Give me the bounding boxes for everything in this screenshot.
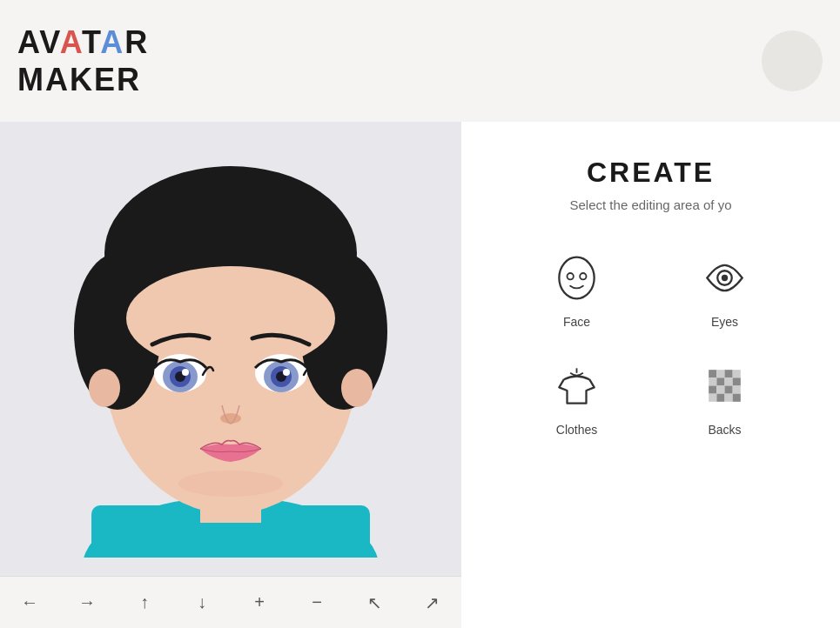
option-eyes[interactable]: Eyes <box>669 247 782 329</box>
main-content: ← → ↑ ↓ + − ↖ ↗ CREATE Select the editin… <box>0 122 840 628</box>
svg-rect-33 <box>725 370 733 377</box>
create-subtitle: Select the editing area of yo <box>570 197 732 212</box>
face-icon-container <box>547 247 608 308</box>
clothes-icon <box>553 362 601 410</box>
svg-rect-43 <box>709 393 716 401</box>
controls-panel: CREATE Select the editing area of yo Fac… <box>461 122 840 628</box>
avatar-panel: ← → ↑ ↓ + − ↖ ↗ <box>0 122 461 628</box>
svg-rect-35 <box>709 377 716 385</box>
svg-rect-37 <box>725 377 733 385</box>
header: AVATARMAKER <box>0 0 840 122</box>
avatar-canvas <box>0 122 461 576</box>
background-icon-container <box>695 355 756 416</box>
eye-icon <box>701 254 749 302</box>
toolbar: ← → ↑ ↓ + − ↖ ↗ <box>0 576 461 628</box>
svg-point-12 <box>341 369 373 407</box>
svg-rect-36 <box>716 377 724 385</box>
svg-point-17 <box>182 369 189 376</box>
svg-rect-46 <box>733 393 741 401</box>
logo-text: AVATARMAKER <box>17 23 149 98</box>
rotate-left-button[interactable]: ↖ <box>359 587 390 618</box>
svg-rect-38 <box>733 377 741 385</box>
face-icon <box>553 254 601 302</box>
avatar-svg <box>39 140 422 558</box>
clothes-label: Clothes <box>556 423 597 437</box>
background-icon <box>701 362 749 410</box>
svg-point-10 <box>126 266 335 371</box>
face-label: Face <box>563 315 590 329</box>
eyes-label: Eyes <box>711 315 738 329</box>
option-clothes[interactable]: Clothes <box>521 355 634 437</box>
logo: AVATARMAKER <box>17 23 149 98</box>
svg-rect-34 <box>733 370 741 377</box>
options-grid: Face Eyes <box>521 247 782 437</box>
create-title: CREATE <box>587 157 715 189</box>
avatar-display <box>0 122 461 576</box>
back-button[interactable]: ← <box>14 587 45 618</box>
svg-point-22 <box>283 369 290 376</box>
clothes-icon-container <box>547 355 608 416</box>
down-button[interactable]: ↓ <box>186 587 218 618</box>
eye-icon-container <box>695 247 756 308</box>
up-button[interactable]: ↑ <box>129 587 160 618</box>
option-background[interactable]: Backs <box>669 355 782 437</box>
svg-rect-45 <box>725 393 733 401</box>
zoom-out-button[interactable]: − <box>301 587 333 618</box>
svg-rect-39 <box>709 385 716 393</box>
svg-point-11 <box>89 369 120 407</box>
svg-rect-44 <box>716 393 724 401</box>
background-label: Backs <box>708 423 741 437</box>
header-circle <box>762 30 823 91</box>
svg-point-26 <box>568 273 574 279</box>
svg-rect-31 <box>709 370 716 377</box>
svg-point-27 <box>580 273 586 279</box>
svg-point-24 <box>178 471 283 497</box>
svg-point-23 <box>220 413 241 424</box>
forward-button[interactable]: → <box>71 587 103 618</box>
rotate-right-button[interactable]: ↗ <box>416 587 447 618</box>
svg-point-29 <box>722 274 728 280</box>
svg-rect-42 <box>733 385 741 393</box>
zoom-in-button[interactable]: + <box>244 587 275 618</box>
svg-rect-40 <box>716 385 724 393</box>
svg-point-25 <box>559 257 594 298</box>
svg-rect-41 <box>725 385 733 393</box>
svg-rect-32 <box>716 370 724 377</box>
option-face[interactable]: Face <box>521 247 634 329</box>
